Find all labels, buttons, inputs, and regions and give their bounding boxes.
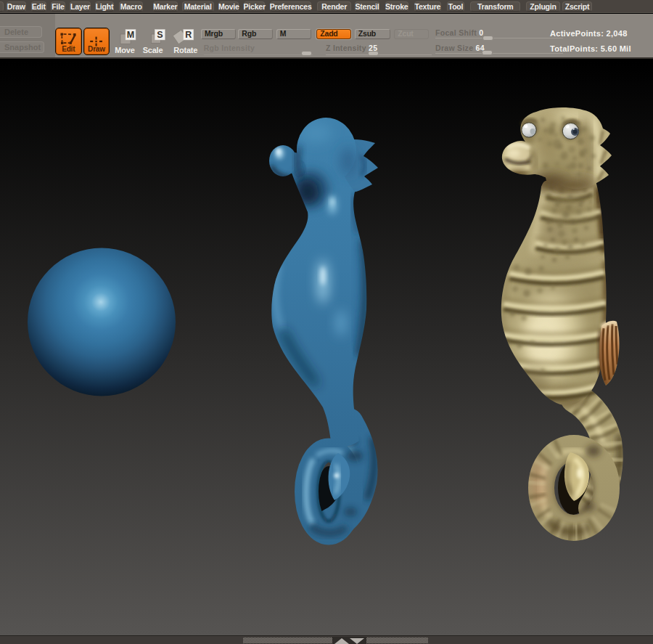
svg-text:R: R [185, 30, 192, 40]
svg-text:M: M [127, 30, 134, 40]
svg-text:S: S [157, 30, 163, 40]
